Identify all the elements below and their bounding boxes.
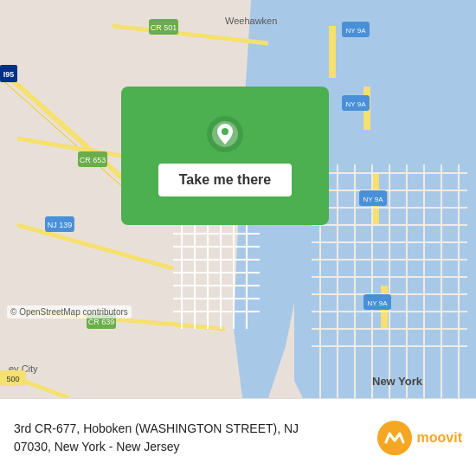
- svg-rect-12: [329, 26, 336, 78]
- svg-text:NY 9A: NY 9A: [363, 196, 384, 203]
- svg-text:NY 9A: NY 9A: [368, 299, 389, 307]
- info-bar: 3rd CR-677, Hoboken (WASHINGTON STREET),…: [0, 398, 476, 476]
- svg-text:NY 9A: NY 9A: [346, 27, 367, 35]
- location-card: Take me there: [121, 87, 329, 225]
- svg-text:NY 9A: NY 9A: [346, 100, 367, 108]
- svg-text:CR 639: CR 639: [88, 318, 115, 326]
- address-info: 3rd CR-677, Hoboken (WASHINGTON STREET),…: [14, 420, 367, 456]
- map-container: Weehawken New York ey City CR 501 CR 653…: [0, 0, 476, 398]
- svg-text:I95: I95: [3, 70, 15, 79]
- address-line1: 3rd CR-677, Hoboken (WASHINGTON STREET),…: [14, 420, 367, 438]
- moovit-logo: moovit: [377, 421, 462, 455]
- moovit-wordmark: moovit: [417, 430, 462, 446]
- take-me-there-button[interactable]: Take me there: [158, 164, 292, 196]
- svg-text:NJ 139: NJ 139: [48, 221, 73, 229]
- map-attribution: © OpenStreetMap contributors: [7, 306, 132, 318]
- svg-text:CR 501: CR 501: [151, 23, 177, 32]
- svg-text:500: 500: [6, 375, 19, 383]
- svg-text:Weehawken: Weehawken: [225, 16, 277, 26]
- svg-text:New York: New York: [372, 375, 423, 388]
- svg-text:CR 653: CR 653: [80, 156, 106, 164]
- address-line2: 07030, New York - New Jersey: [14, 438, 367, 456]
- moovit-icon: [377, 421, 412, 455]
- svg-point-74: [222, 128, 228, 135]
- map-pin-icon: [206, 115, 244, 153]
